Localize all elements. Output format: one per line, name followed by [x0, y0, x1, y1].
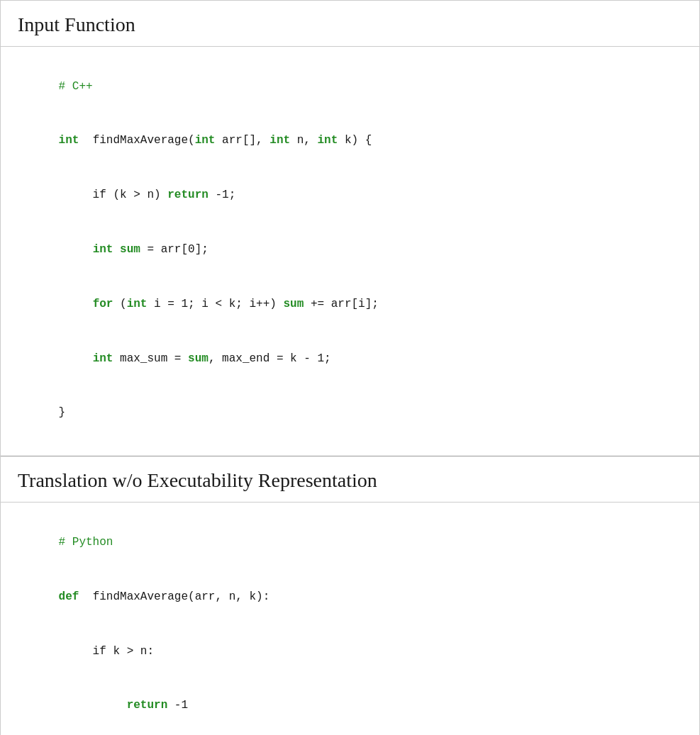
code-plain-7 [59, 243, 93, 256]
code-plain-5: if (k > n) [59, 189, 168, 201]
code-plain-18: findMaxAverage(arr, n, k): [79, 590, 270, 603]
section-input-function: Input Function # C++ int findMaxAverage(… [1, 1, 699, 456]
var-sum-1: sum [120, 243, 140, 256]
code-plain-17: } [59, 406, 66, 419]
code-plain-4: k) { [338, 134, 372, 147]
keyword-int-1: int [59, 134, 79, 147]
comment-python-1: # Python [59, 536, 113, 549]
comment-cpp: # C++ [59, 80, 93, 93]
code-plain-21: -1 [167, 699, 188, 712]
code-plain-14 [59, 352, 93, 365]
code-plain-19: if k > n: [59, 645, 154, 658]
code-plain-13: += arr[i]; [304, 298, 379, 310]
page-container: Input Function # C++ int findMaxAverage(… [0, 0, 700, 735]
var-sum-3: sum [188, 352, 209, 365]
code-plain-6: -1; [209, 189, 235, 201]
var-sum-2: sum [283, 298, 304, 310]
code-plain-12: i = 1; i < k; i++) [147, 298, 283, 310]
code-plain-11: ( [113, 298, 126, 310]
keyword-for-1: for [93, 298, 113, 310]
code-plain-15: max_sum = [113, 352, 188, 365]
code-plain-3: n, [290, 134, 317, 147]
keyword-int-4: int [318, 134, 338, 147]
keyword-return-2: return [127, 699, 168, 712]
keyword-int-3: int [270, 134, 290, 147]
keyword-int-6: int [127, 298, 148, 310]
code-plain-2: arr[], [215, 134, 270, 147]
section-translation-without: Translation w/o Executability Representa… [1, 456, 699, 735]
code-plain-8 [113, 243, 120, 256]
code-plain-10 [59, 298, 93, 310]
keyword-def-1: def [59, 590, 79, 603]
section-title-input-function: Input Function [1, 1, 699, 47]
code-plain-16: , max_end = k - 1; [209, 352, 331, 365]
code-block-input-function: # C++ int findMaxAverage(int arr[], int … [1, 47, 699, 456]
code-plain-9: = arr[0]; [140, 243, 209, 256]
keyword-int-5: int [93, 243, 113, 256]
code-plain-20 [59, 699, 127, 712]
keyword-return-1: return [167, 189, 209, 201]
keyword-int-7: int [93, 352, 113, 365]
section-title-translation-without: Translation w/o Executability Representa… [1, 456, 699, 503]
code-block-translation-without: # Python def findMaxAverage(arr, n, k): … [1, 503, 699, 735]
code-plain-1: findMaxAverage( [79, 134, 194, 147]
keyword-int-2: int [195, 134, 216, 147]
